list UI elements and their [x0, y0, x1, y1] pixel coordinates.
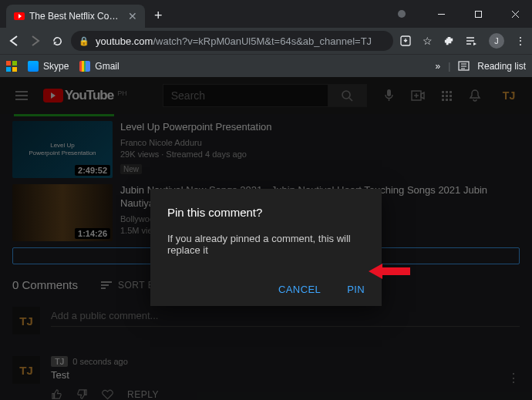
back-button[interactable] — [6, 35, 22, 47]
pin-comment-dialog: Pin this comment? If you already pinned … — [150, 189, 382, 306]
bookmark-star-icon[interactable]: ☆ — [423, 35, 433, 47]
svg-marker-8 — [473, 42, 476, 45]
bookmark-label: Gmail — [95, 61, 119, 72]
install-app-icon[interactable] — [399, 35, 412, 47]
reading-list-icon — [458, 61, 470, 71]
url-field[interactable]: 🔒 youtube.com/watch?v=kRpM0anUl5M&t=64s&… — [71, 31, 393, 51]
bookmark-skype[interactable]: Skype — [28, 61, 69, 72]
bookmarks-overflow[interactable]: » — [435, 61, 440, 72]
new-tab-button[interactable]: + — [154, 8, 163, 24]
url-text: youtube.com/watch?v=kRpM0anUl5M&t=64s&ab… — [96, 35, 372, 47]
dialog-title: Pin this comment? — [167, 206, 365, 219]
incognito-indicator-icon — [398, 10, 406, 18]
dialog-message: If you already pinned a comment, this wi… — [167, 233, 365, 256]
svg-marker-19 — [369, 264, 410, 279]
close-window-button[interactable] — [498, 2, 532, 25]
chrome-menu-icon[interactable]: ⋮ — [515, 35, 526, 47]
maximize-button[interactable] — [461, 2, 495, 25]
bookmark-label: Skype — [43, 61, 69, 72]
cancel-button[interactable]: CANCEL — [278, 284, 321, 295]
youtube-favicon — [14, 12, 25, 20]
bookmark-apps[interactable] — [6, 61, 17, 72]
close-tab-icon[interactable]: ✕ — [128, 10, 137, 22]
bookmark-gmail[interactable]: Gmail — [79, 61, 119, 72]
lock-icon: 🔒 — [79, 36, 89, 46]
media-control-icon[interactable] — [466, 35, 478, 46]
browser-tab[interactable]: The Best Netflix Comedies of Ju ✕ — [6, 5, 145, 28]
extensions-icon[interactable] — [443, 35, 455, 47]
minimize-button[interactable] — [424, 2, 458, 25]
tab-title: The Best Netflix Comedies of Ju — [29, 11, 123, 22]
ms-apps-icon — [6, 61, 17, 72]
svg-rect-1 — [475, 11, 481, 17]
bookmarks-bar: Skype Gmail » | Reading list — [0, 54, 532, 77]
profile-avatar[interactable]: J — [489, 33, 504, 49]
reading-list-button[interactable]: Reading list — [477, 61, 526, 72]
skype-icon — [28, 61, 39, 72]
address-bar: 🔒 youtube.com/watch?v=kRpM0anUl5M&t=64s&… — [0, 28, 532, 54]
pin-button[interactable]: PIN — [347, 284, 365, 295]
reload-button[interactable] — [49, 35, 65, 47]
gmail-icon — [79, 61, 90, 72]
annotation-arrow-icon — [369, 262, 410, 281]
forward-button[interactable] — [28, 35, 43, 47]
window-controls — [398, 2, 532, 25]
window-titlebar: The Best Netflix Comedies of Ju ✕ + — [0, 0, 532, 28]
